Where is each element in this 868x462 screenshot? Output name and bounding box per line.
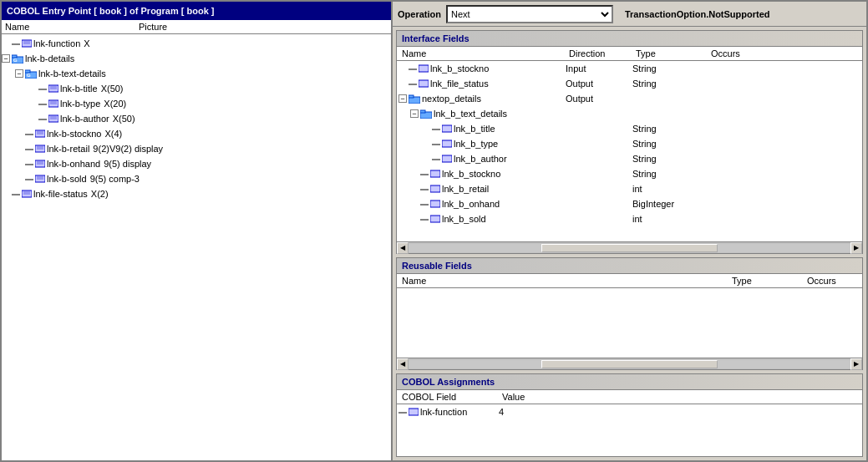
operation-select[interactable]: Next <box>446 5 613 23</box>
expand-icon[interactable]: − <box>2 54 10 63</box>
field-type: String <box>632 154 708 164</box>
dash-icon <box>420 174 429 175</box>
tree-label: lnk-file-status <box>33 189 88 199</box>
tree-label: lnk-b-title <box>60 84 98 94</box>
tree-row[interactable]: lnk-b-onhand9(5) display <box>2 156 391 171</box>
interface-fields-header: Name Direction Type Occurs <box>397 47 862 61</box>
rf-scroll-left[interactable]: ◀ <box>397 358 409 370</box>
field-direction: Output <box>566 94 632 104</box>
svg-text:G: G <box>13 58 18 63</box>
svg-rect-36 <box>409 95 414 98</box>
dash-icon <box>420 219 429 221</box>
tree-row[interactable]: lnk-functionX <box>2 36 391 51</box>
expand-icon[interactable]: − <box>410 109 419 118</box>
svg-rect-41 <box>442 155 452 162</box>
tree-label: lnk-b-stockno <box>47 129 101 139</box>
tree-label: lnk-b-onhand <box>47 159 100 169</box>
tree-label: lnk-b-retail <box>47 144 89 154</box>
tree-picture: X(4) <box>104 129 122 139</box>
cobol-assignments-content[interactable]: lnk-function4 <box>397 404 862 456</box>
if-col-dir: Direction <box>569 48 636 58</box>
dash-icon <box>25 149 33 150</box>
tree-picture: X(2) <box>91 189 109 199</box>
tree-row[interactable]: − G lnk-b-details <box>2 51 391 66</box>
group-folder-icon: G <box>25 69 37 79</box>
field-type: int <box>632 214 708 224</box>
field-label: lnk_b_onhand <box>442 199 500 209</box>
tree-row[interactable]: − G lnk-b-text-details <box>2 66 391 81</box>
tree-label: lnk-b-details <box>25 53 74 63</box>
rf-scroll-track[interactable] <box>409 360 850 368</box>
rf-scroll-thumb[interactable] <box>541 360 718 368</box>
tree-picture: X(50) <box>113 114 135 124</box>
interface-field-row[interactable]: lnk_b_onhandBigInteger <box>397 196 862 211</box>
tree-row[interactable]: lnk-b-retail9(2)V9(2) display <box>2 141 391 156</box>
dash-icon <box>409 84 417 85</box>
field-name: lnk_b_stockno <box>398 63 566 74</box>
tree-row[interactable]: lnk-b-stocknoX(4) <box>2 126 391 141</box>
cobol-assign-row[interactable]: lnk-function4 <box>397 404 862 419</box>
interface-field-row[interactable]: − lnk_b_text_details <box>397 106 862 121</box>
dash-icon <box>38 119 47 120</box>
if-scrollbar[interactable]: ◀ ▶ <box>397 241 862 253</box>
field-icon <box>48 114 58 123</box>
interface-field-row[interactable]: lnk_b_titleString <box>397 121 862 136</box>
rf-scroll-right[interactable]: ▶ <box>850 358 862 370</box>
dash-icon <box>432 144 440 145</box>
reusable-fields-content[interactable] <box>397 288 862 358</box>
field-label: lnk_b_sold <box>442 214 486 224</box>
col-name-header: Name <box>5 22 139 32</box>
field-type: BigInteger <box>632 199 708 209</box>
cobol-assignments-header: COBOL Field Value <box>397 390 862 404</box>
tree-row[interactable]: lnk-b-sold9(5) comp-3 <box>2 171 391 186</box>
interface-field-row[interactable]: lnk_b_stocknoInputString <box>397 61 862 76</box>
tree-row[interactable]: lnk-b-titleX(50) <box>2 81 391 96</box>
field-icon <box>430 215 440 223</box>
reusable-fields-section: Reusable Fields Name Type Occurs ◀ ▶ <box>396 257 863 370</box>
dash-icon <box>432 159 440 160</box>
rf-scrollbar[interactable]: ◀ ▶ <box>397 358 862 369</box>
right-panel: Operation Next TransactionOption.NotSupp… <box>393 0 868 462</box>
tree-row[interactable]: lnk-file-statusX(2) <box>2 186 391 201</box>
section-container: Interface Fields Name Direction Type Occ… <box>393 27 866 460</box>
field-type: String <box>632 139 708 149</box>
tree-row[interactable]: lnk-b-typeX(20) <box>2 96 391 111</box>
field-name: lnk_b_stockno <box>398 169 566 179</box>
field-name: lnk_b_sold <box>398 214 566 224</box>
expand-icon[interactable]: − <box>15 69 23 78</box>
if-scroll-right[interactable]: ▶ <box>850 242 862 254</box>
svg-rect-34 <box>419 80 429 87</box>
tree-area[interactable]: lnk-functionX− G lnk-b-details− G lnk-b-… <box>2 34 391 460</box>
field-icon <box>442 140 452 148</box>
interface-field-row[interactable]: lnk_b_typeString <box>397 136 862 151</box>
field-name: lnk_b_author <box>398 154 566 164</box>
tree-picture: X(50) <box>101 84 124 94</box>
if-scroll-track[interactable] <box>409 244 850 252</box>
interface-fields-content[interactable]: lnk_b_stocknoInputString lnk_file_status… <box>397 61 862 241</box>
expand-icon[interactable]: − <box>398 94 407 103</box>
if-scroll-thumb[interactable] <box>541 244 718 252</box>
reusable-fields-header: Name Type Occurs <box>397 274 862 288</box>
tree-picture: X <box>84 38 89 48</box>
field-icon <box>430 185 440 193</box>
field-icon <box>22 39 32 48</box>
field-label: lnk_b_stockno <box>430 63 489 74</box>
tree-row[interactable]: lnk-b-authorX(50) <box>2 111 391 126</box>
tree-picture: X(20) <box>104 99 126 109</box>
interface-fields-section: Interface Fields Name Direction Type Occ… <box>396 30 863 254</box>
dash-icon <box>12 194 20 195</box>
tree-label: lnk-b-type <box>60 99 100 109</box>
if-scroll-left[interactable]: ◀ <box>397 242 409 254</box>
interface-field-row[interactable]: lnk_file_statusOutputString <box>397 76 862 91</box>
interface-field-row[interactable]: lnk_b_soldint <box>397 211 862 226</box>
dash-icon <box>432 129 440 130</box>
field-type: String <box>632 169 708 179</box>
interface-field-row[interactable]: lnk_b_authorString <box>397 151 862 166</box>
interface-field-row[interactable]: lnk_b_stocknoString <box>397 166 862 181</box>
if-col-type: Type <box>636 48 711 58</box>
svg-text:G: G <box>27 73 31 78</box>
dash-icon <box>25 179 33 180</box>
interface-field-row[interactable]: lnk_b_retailint <box>397 181 862 196</box>
dash-icon <box>12 43 20 45</box>
interface-field-row[interactable]: − nextop_detailsOutput <box>397 91 862 106</box>
